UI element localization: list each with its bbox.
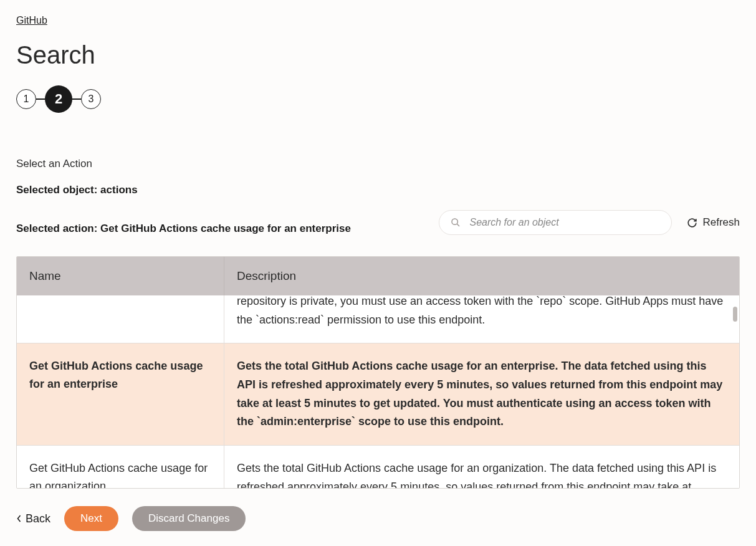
table-row[interactable]: Get GitHub Actions cache usage for an or… <box>17 445 739 488</box>
search-box[interactable] <box>439 210 672 235</box>
refresh-label: Refresh <box>702 216 740 229</box>
step-connector <box>36 98 45 100</box>
back-button[interactable]: Back <box>16 512 50 525</box>
search-icon <box>451 218 461 228</box>
stepper: 1 2 3 <box>16 85 740 113</box>
section-label: Select an Action <box>16 158 740 170</box>
refresh-button[interactable]: Refresh <box>687 216 740 229</box>
selected-action-line: Selected action: Get GitHub Actions cach… <box>16 223 351 235</box>
back-label: Back <box>26 512 50 525</box>
chevron-left-icon <box>16 514 22 523</box>
cell-description: repository is private, you must use an a… <box>224 295 739 343</box>
cell-description: Gets the total GitHub Actions cache usag… <box>224 343 739 445</box>
next-button[interactable]: Next <box>64 506 118 531</box>
selected-object-line: Selected object: actions <box>16 184 740 196</box>
actions-table: Name Description repository is private, … <box>16 256 740 489</box>
discard-button[interactable]: Discard Changes <box>132 506 246 531</box>
column-header-description: Description <box>224 269 739 283</box>
cell-name: Get GitHub Actions cache usage for an or… <box>17 446 224 488</box>
step-2[interactable]: 2 <box>45 85 72 113</box>
scrollbar-thumb[interactable] <box>733 307 737 322</box>
refresh-icon <box>687 218 697 228</box>
search-input[interactable] <box>469 217 660 228</box>
step-3[interactable]: 3 <box>81 89 101 109</box>
table-row[interactable]: repository is private, you must use an a… <box>17 295 739 343</box>
step-1[interactable]: 1 <box>16 89 36 109</box>
cell-description: Gets the total GitHub Actions cache usag… <box>224 446 739 488</box>
page-title: Search <box>16 41 740 69</box>
column-header-name: Name <box>17 257 224 295</box>
table-row[interactable]: Get GitHub Actions cache usage for an en… <box>17 343 739 445</box>
table-body: repository is private, you must use an a… <box>17 295 739 488</box>
svg-point-0 <box>452 219 457 224</box>
step-connector <box>72 98 81 100</box>
table-header: Name Description <box>17 257 739 295</box>
cell-name <box>17 295 224 343</box>
cell-name: Get GitHub Actions cache usage for an en… <box>17 343 224 445</box>
svg-line-1 <box>457 224 459 226</box>
footer-bar: Back Next Discard Changes <box>0 491 756 546</box>
breadcrumb-github[interactable]: GitHub <box>16 15 47 26</box>
